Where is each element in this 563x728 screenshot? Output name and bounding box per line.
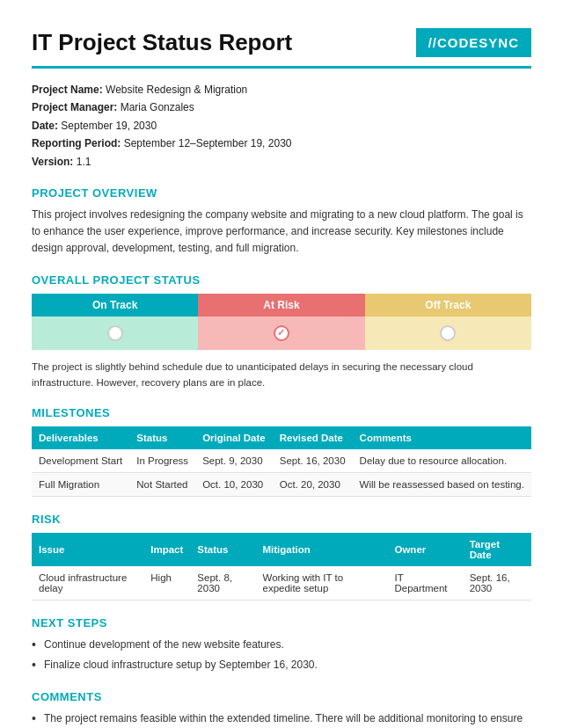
comments-list: The project remains feasible within the …	[32, 710, 531, 728]
on-track-circle	[107, 325, 123, 341]
milestones-section: MILESTONES Deliverables Status Original …	[32, 406, 531, 497]
status-heading: OVERALL PROJECT STATUS	[32, 273, 531, 287]
risk-cell-impact: High	[143, 566, 190, 601]
milestones-cell-revised_date: Sept. 16, 2030	[273, 449, 353, 473]
table-row: Full MigrationNot StartedOct. 10, 2030Oc…	[32, 473, 531, 497]
project-name-row: Project Name: Website Redesign & Migrati…	[32, 81, 531, 98]
date-row: Date: September 19, 2030	[32, 117, 531, 135]
status-track: On Track At Risk Off Track ✓	[32, 294, 531, 350]
table-row: Cloud infrastructure delayHighSept. 8, 2…	[32, 566, 531, 601]
at-risk-header: At Risk	[198, 294, 364, 317]
milestones-col-revised: Revised Date	[273, 426, 353, 449]
next-steps-list: Continue development of the new website …	[32, 637, 531, 673]
risk-heading: RISK	[32, 513, 531, 526]
list-item: Continue development of the new website …	[32, 637, 531, 653]
page-title: IT Project Status Report	[32, 29, 292, 56]
risk-cell-target_date: Sept. 16, 2030	[463, 566, 531, 601]
milestones-cell-comments: Will be reassessed based on testing.	[353, 473, 531, 497]
risk-cell-status: Sept. 8, 2030	[190, 566, 255, 601]
milestones-cell-status: Not Started	[129, 473, 195, 497]
version-value: 1.1	[77, 156, 91, 168]
off-track-header: Off Track	[365, 294, 531, 317]
period-label: Reporting Period:	[32, 137, 121, 149]
status-header-row: On Track At Risk Off Track	[32, 294, 531, 317]
meta-info: Project Name: Website Redesign & Migrati…	[32, 81, 531, 171]
milestones-cell-original_date: Sept. 9, 2030	[195, 449, 273, 473]
milestones-cell-revised_date: Oct. 20, 2030	[273, 473, 353, 497]
risk-section: RISK Issue Impact Status Mitigation Owne…	[32, 513, 531, 601]
milestones-cell-status: In Progress	[129, 449, 195, 473]
off-track-cell	[365, 317, 531, 350]
risk-cell-mitigation: Working with IT to expedite setup	[256, 566, 388, 601]
on-track-cell	[32, 317, 198, 350]
manager-value: Maria Gonzales	[121, 101, 194, 113]
overview-heading: PROJECT OVERVIEW	[32, 186, 531, 200]
period-value: September 12–September 19, 2030	[124, 137, 292, 149]
milestones-col-original: Original Date	[195, 426, 273, 449]
risk-col-impact: Impact	[143, 533, 190, 566]
version-row: Version: 1.1	[32, 153, 531, 171]
manager-label: Project Manager:	[32, 101, 117, 113]
milestones-table: Deliverables Status Original Date Revise…	[32, 426, 531, 497]
project-name-label: Project Name:	[32, 84, 103, 96]
milestones-col-status: Status	[129, 426, 195, 449]
risk-col-issue: Issue	[32, 533, 143, 566]
off-track-circle	[440, 325, 456, 341]
overview-section: PROJECT OVERVIEW This project involves r…	[32, 186, 531, 258]
risk-col-target: Target Date	[463, 533, 531, 566]
next-steps-heading: NEXT STEPS	[32, 616, 531, 630]
milestones-cell-original_date: Oct. 10, 2030	[195, 473, 273, 497]
risk-col-status: Status	[190, 533, 255, 566]
status-note: The project is slightly behind schedule …	[32, 359, 531, 391]
risk-col-owner: Owner	[387, 533, 462, 566]
milestones-cell-comments: Delay due to resource allocation.	[353, 449, 531, 473]
project-name-value: Website Redesign & Migration	[106, 84, 247, 96]
logo-badge: //CODESYNC	[416, 28, 531, 57]
milestones-cell-deliverable: Development Start	[32, 449, 129, 473]
table-row: Development StartIn ProgressSept. 9, 203…	[32, 449, 531, 473]
period-row: Reporting Period: September 12–September…	[32, 135, 531, 152]
overview-text: This project involves redesigning the co…	[32, 207, 531, 258]
date-value: September 19, 2030	[61, 120, 157, 132]
comments-heading: COMMENTS	[32, 690, 531, 703]
manager-row: Project Manager: Maria Gonzales	[32, 98, 531, 116]
next-steps-section: NEXT STEPS Continue development of the n…	[32, 616, 531, 673]
status-section: OVERALL PROJECT STATUS On Track At Risk …	[32, 273, 531, 391]
risk-cell-owner: IT Department	[387, 566, 462, 601]
milestones-col-deliverable: Deliverables	[32, 426, 129, 449]
risk-header-row: Issue Impact Status Mitigation Owner Tar…	[32, 533, 531, 566]
milestones-header-row: Deliverables Status Original Date Revise…	[32, 426, 531, 449]
milestones-col-comments: Comments	[353, 426, 531, 449]
list-item: The project remains feasible within the …	[32, 710, 531, 728]
list-item: Finalize cloud infrastructure setup by S…	[32, 657, 531, 673]
risk-col-mitigation: Mitigation	[256, 533, 388, 566]
on-track-header: On Track	[32, 294, 198, 317]
status-indicator-row: ✓	[32, 317, 531, 350]
milestones-heading: MILESTONES	[32, 406, 531, 419]
version-label: Version:	[32, 156, 73, 168]
milestones-cell-deliverable: Full Migration	[32, 473, 129, 497]
risk-cell-issue: Cloud infrastructure delay	[32, 566, 143, 601]
date-label: Date:	[32, 120, 58, 132]
page-header: IT Project Status Report //CODESYNC	[32, 28, 531, 69]
risk-table: Issue Impact Status Mitigation Owner Tar…	[32, 533, 531, 601]
at-risk-cell: ✓	[198, 317, 364, 350]
at-risk-check: ✓	[274, 325, 289, 341]
comments-section: COMMENTS The project remains feasible wi…	[32, 690, 531, 728]
